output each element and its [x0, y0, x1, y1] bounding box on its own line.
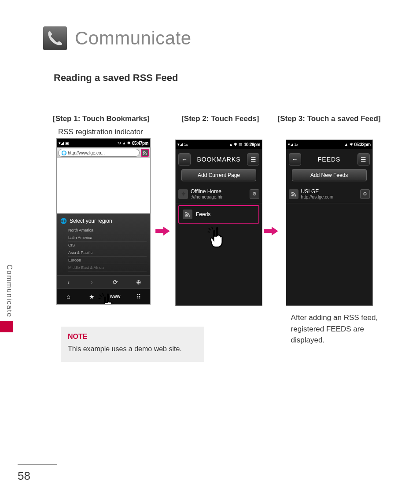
feeds-header: ← FEEDS ☰ — [286, 151, 372, 167]
bookmark-url: :///homepage.htr — [191, 195, 247, 199]
step-3-column: [Step 3: Touch a saved Feed] ▾◢ 1x ▲ ✱ 0… — [278, 114, 387, 362]
arrow-right-icon — [155, 224, 172, 238]
back-icon[interactable]: ‹ — [62, 279, 76, 286]
step-1-column: [Step 1: Touch Bookmarks] RSS registrati… — [53, 114, 167, 362]
step-3-title: [Step 3: Touch a saved Feed] — [278, 114, 387, 123]
refresh-icon[interactable]: ⟳ — [108, 279, 122, 286]
feed-url: http://us.lge.com — [301, 195, 357, 199]
touch-hand-icon — [96, 293, 118, 305]
zoom-icon[interactable]: ⊕ — [132, 279, 146, 286]
gear-icon[interactable]: ⚙ — [360, 189, 370, 199]
feed-title: USLGE — [301, 188, 357, 195]
status-icons: ▲ ✱ — [344, 142, 353, 147]
step-2-column: [Step 2: Touch Feeds] ▾◢ 1x ▲ ✱ ▥ 10:29p… — [172, 114, 269, 362]
region-item[interactable]: Asia & Pacific — [68, 249, 147, 257]
gear-icon[interactable]: ⚙ — [250, 189, 259, 199]
list-view-icon[interactable]: ☰ — [357, 153, 370, 166]
back-button[interactable]: ← — [289, 153, 301, 166]
chapter-title-row: Communicate — [43, 26, 387, 50]
step-1-title: [Step 1: Touch Bookmarks] — [53, 114, 167, 123]
step-1-screenshot: ▾◢ ▣ ⟲ ▲ ✱ 05:47pm 🌐 http://www.lge.co..… — [56, 138, 151, 305]
globe-icon: 🌐 — [61, 151, 66, 155]
bookmark-title: Offline Home — [191, 188, 247, 195]
url-text: http://www.lge.co... — [68, 151, 105, 155]
carrier-icon: ▣ — [65, 141, 69, 145]
globe-icon: 🌐 — [60, 218, 67, 224]
feed-item[interactable]: USLGE http://us.lge.com ⚙ — [286, 185, 372, 203]
step-3-caption: After adding an RSS feed, registered FEE… — [291, 312, 383, 346]
browser-nav-bar: ‹ › ⟳ ⊕ — [57, 275, 150, 288]
region-header-text: Select your region — [70, 218, 112, 224]
add-new-feeds-button[interactable]: Add New Feeds — [292, 169, 367, 181]
webpage-blank-area — [57, 158, 150, 213]
signal-icon: ▾◢ — [177, 142, 183, 147]
phone-icon — [43, 26, 67, 50]
signal-icon: ▾◢ — [59, 141, 64, 145]
touch-hand-icon — [206, 226, 227, 249]
header-title: FEEDS — [318, 156, 341, 163]
status-bar: ▾◢ ▣ ⟲ ▲ ✱ 05:47pm — [57, 139, 150, 147]
section-title: Reading a saved RSS Feed — [54, 72, 387, 84]
region-item[interactable]: Europe — [68, 257, 147, 264]
page-number: 58 — [18, 469, 57, 483]
feeds-item[interactable]: Feeds — [178, 205, 259, 224]
status-time: 05:32pm — [354, 142, 371, 147]
status-time: 05:47pm — [132, 141, 148, 146]
back-button[interactable]: ← — [178, 153, 191, 166]
region-item[interactable]: CIS — [68, 242, 147, 249]
step-3-screenshot: ▾◢ 1x ▲ ✱ 05:32pm ← FEEDS ☰ Add New Feed… — [286, 140, 373, 306]
rss-indicator-icon[interactable] — [141, 149, 149, 157]
indicator-callout-line — [141, 139, 141, 155]
rss-indicator-label: RSS registration indicator — [58, 128, 167, 136]
forward-icon[interactable]: › — [85, 279, 99, 286]
home-icon[interactable]: ⌂ — [60, 293, 77, 300]
browser-url-bar[interactable]: 🌐 http://www.lge.co... — [57, 147, 150, 158]
header-title: BOOKMARKS — [197, 156, 240, 163]
step-2-title: [Step 2: Touch Feeds] — [172, 114, 269, 123]
chapter-title: Communicate — [75, 28, 192, 49]
step-2-screenshot: ▾◢ 1x ▲ ✱ ▥ 10:29pm ← BOOKMARKS ☰ Add Cu… — [175, 140, 262, 306]
signal-icon: ▾◢ — [288, 142, 293, 147]
bookmarks-header: ← BOOKMARKS ☰ — [176, 151, 262, 167]
list-view-icon[interactable]: ☰ — [247, 153, 259, 166]
arrow-right-icon — [263, 224, 280, 238]
status-icons: ⟲ ▲ ✱ — [118, 141, 131, 145]
status-bar: ▾◢ 1x ▲ ✱ ▥ 10:29pm — [176, 140, 262, 149]
region-selector-panel: 🌐 Select your region North America Latin… — [57, 213, 150, 275]
menu-icon[interactable]: ⠿ — [130, 293, 147, 300]
carrier-icon: 1x — [295, 143, 298, 147]
region-header: 🌐 Select your region — [60, 218, 147, 224]
add-current-page-button[interactable]: Add Current Page — [181, 169, 256, 181]
region-item[interactable]: North America — [68, 227, 147, 234]
footer-divider — [18, 464, 57, 465]
status-icons: ▲ ✱ ▥ — [229, 142, 243, 147]
feeds-label: Feeds — [196, 211, 255, 217]
region-item[interactable]: Middle East & Africa — [68, 264, 147, 272]
status-time: 10:29pm — [244, 142, 260, 147]
region-item[interactable]: Latin America — [68, 234, 147, 242]
page-footer: 58 — [18, 464, 57, 483]
bookmark-star-icon: ✦ — [178, 189, 188, 199]
feeds-rss-icon — [183, 210, 192, 219]
rss-icon — [289, 189, 298, 199]
status-bar: ▾◢ 1x ▲ ✱ 05:32pm — [286, 140, 372, 149]
bookmark-item[interactable]: ✦ Offline Home :///homepage.htr ⚙ — [176, 185, 262, 203]
carrier-icon: 1x — [184, 143, 188, 147]
url-field[interactable]: 🌐 http://www.lge.co... — [58, 149, 140, 157]
